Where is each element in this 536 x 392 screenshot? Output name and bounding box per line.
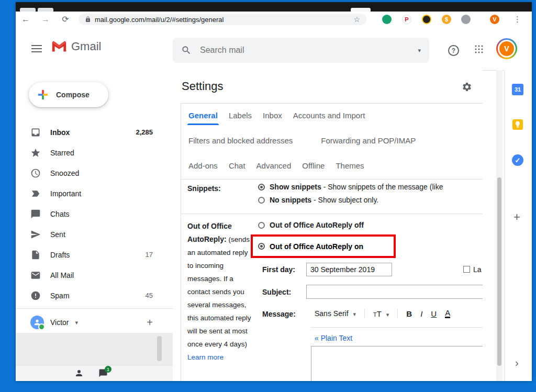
tab-accounts-and-import[interactable]: Accounts and Import	[292, 109, 366, 122]
no-snippets-option[interactable]: No snippets - Show subject only.	[258, 196, 378, 204]
no-snippets-radio[interactable]	[258, 197, 265, 204]
subject-label: Subject:	[262, 288, 291, 296]
pinterest-extension-icon[interactable]: P	[402, 15, 411, 24]
sidebar-item-starred[interactable]: Starred	[16, 142, 173, 163]
background-tab[interactable]	[38, 8, 53, 12]
gold-shield-extension-icon[interactable]: $	[442, 15, 451, 24]
help-icon[interactable]: ?	[448, 45, 459, 56]
apps-grid-icon[interactable]	[474, 44, 484, 54]
lock-icon	[85, 16, 91, 23]
tab-filters-and-blocked-addresses[interactable]: Filters and blocked addresses	[187, 134, 294, 147]
hangouts-chat-icon[interactable]: 1	[98, 368, 108, 378]
sidebar-item-drafts[interactable]: Drafts 17	[16, 244, 173, 265]
sidebar-item-spam[interactable]: Spam 45	[16, 285, 173, 306]
format-size-button[interactable]: TT ▾	[373, 309, 389, 318]
message-label: Message:	[262, 310, 296, 318]
browser-profile-avatar[interactable]: V	[490, 15, 499, 24]
account-avatar[interactable]: V	[496, 38, 517, 59]
sidebar-item-chats[interactable]: Chats	[16, 204, 173, 224]
scrollbar-thumb[interactable]	[497, 177, 501, 366]
message-format-toolbar: Sans Serif ▾ TT ▾ B I U A	[315, 309, 450, 318]
get-add-ons-plus-icon[interactable]: +	[513, 210, 520, 224]
underline-button[interactable]: U	[431, 309, 437, 318]
browser-window: ← → ⟳ mail.google.com/mail/u/2/#settings…	[16, 2, 532, 381]
right-side-panel: 31 ✓ + ›	[504, 70, 532, 381]
message-body-textarea[interactable]	[311, 346, 483, 381]
sidebar-item-snoozed[interactable]: Snoozed	[16, 163, 173, 183]
browser-toolbar: ← → ⟳ mail.google.com/mail/u/2/#settings…	[16, 12, 532, 28]
grammarly-extension-icon[interactable]	[382, 15, 392, 24]
sidebar-item-important[interactable]: Important	[16, 183, 173, 204]
autoreply-on-radio[interactable]	[258, 243, 265, 250]
address-bar[interactable]: mail.google.com/mail/u/2/#settings/gener…	[79, 14, 366, 25]
tab-chat[interactable]: Chat	[228, 159, 247, 172]
italic-button[interactable]: I	[420, 309, 422, 318]
important-icon	[30, 188, 41, 199]
contacts-person-icon[interactable]	[74, 368, 84, 378]
autoreply-off-option[interactable]: Out of Office AutoReply off	[258, 221, 364, 229]
search-bar[interactable]: ▾	[173, 38, 429, 63]
dark-gold-extension-icon[interactable]	[422, 15, 431, 24]
tab-forwarding-and-pop-imap[interactable]: Forwarding and POP/IMAP	[320, 134, 417, 147]
bookmark-star-icon[interactable]: ☆	[353, 15, 360, 24]
search-input[interactable]	[199, 45, 418, 55]
collapse-panel-chevron-icon[interactable]: ›	[515, 357, 519, 369]
add-account-icon[interactable]: +	[147, 317, 153, 329]
tab-advanced[interactable]: Advanced	[255, 159, 293, 172]
settings-card: General Labels Inbox Accounts and Import…	[181, 103, 483, 381]
sent-icon	[30, 229, 41, 240]
drafts-icon	[30, 250, 41, 260]
active-tab[interactable]	[351, 8, 371, 12]
sidebar-item-inbox[interactable]: Inbox 2,285	[16, 122, 173, 142]
tab-general[interactable]: General	[187, 109, 219, 122]
profile-row[interactable]: Victor ▾ +	[16, 312, 173, 333]
show-snippets-radio[interactable]	[258, 184, 265, 191]
autoreply-on-label[interactable]: Out of Office AutoReply on	[270, 242, 363, 251]
text-color-button[interactable]: A	[445, 309, 450, 318]
tab-offline[interactable]: Offline	[301, 159, 326, 172]
subject-input[interactable]	[306, 285, 483, 299]
reload-button[interactable]: ⟳	[60, 14, 71, 25]
settings-gear-icon[interactable]	[462, 82, 472, 92]
browser-menu-icon[interactable]: ⋮	[513, 15, 521, 24]
divider	[181, 179, 483, 180]
tab-add-ons[interactable]: Add-ons	[187, 159, 219, 172]
settings-tabs-row1: General Labels Inbox Accounts and Import	[187, 109, 366, 122]
search-options-caret-icon[interactable]: ▾	[418, 47, 421, 54]
sidebar-item-sent[interactable]: Sent	[16, 224, 173, 244]
keep-icon[interactable]	[511, 118, 524, 131]
tab-themes[interactable]: Themes	[334, 159, 365, 172]
gray-globe-extension-icon[interactable]	[461, 15, 471, 24]
browser-titlebar	[16, 2, 532, 12]
compose-button[interactable]: Compose	[29, 82, 108, 107]
last-day-checkbox[interactable]	[463, 266, 470, 273]
page-title: Settings	[182, 80, 224, 93]
font-family-select[interactable]: Sans Serif ▾	[315, 309, 356, 318]
snoozed-clock-icon	[30, 168, 41, 178]
search-icon	[181, 45, 192, 55]
autoreply-off-radio[interactable]	[258, 222, 265, 229]
multicolor-plus-icon	[37, 89, 49, 100]
main-menu-icon[interactable]	[31, 43, 42, 54]
plain-text-link[interactable]: « Plain Text	[315, 334, 352, 342]
compose-label: Compose	[56, 91, 90, 99]
sidebar-scrollbar[interactable]	[157, 336, 162, 361]
show-snippets-option[interactable]: Show snippets - Show snippets of the mes…	[258, 183, 443, 191]
tasks-icon[interactable]: ✓	[511, 154, 524, 166]
background-tab[interactable]	[20, 8, 36, 12]
back-button[interactable]: ←	[20, 14, 31, 25]
sidebar-item-all-mail[interactable]: All Mail	[16, 265, 173, 285]
gmail-header: Gmail ▾ ? V	[16, 27, 532, 71]
snippets-label: Snippets:	[187, 184, 221, 193]
chat-badge: 1	[105, 366, 111, 373]
main-scrollbar[interactable]	[496, 70, 502, 381]
url-text: mail.google.com/mail/u/2/#settings/gener…	[95, 16, 353, 24]
forward-button[interactable]: →	[40, 14, 51, 25]
tab-labels[interactable]: Labels	[228, 109, 253, 122]
calendar-icon[interactable]: 31	[511, 83, 524, 96]
first-day-input[interactable]	[306, 263, 392, 276]
tab-inbox[interactable]: Inbox	[262, 109, 283, 122]
bold-button[interactable]: B	[406, 309, 412, 318]
learn-more-link[interactable]: Learn more	[187, 353, 224, 361]
avatar-initial: V	[499, 41, 514, 56]
